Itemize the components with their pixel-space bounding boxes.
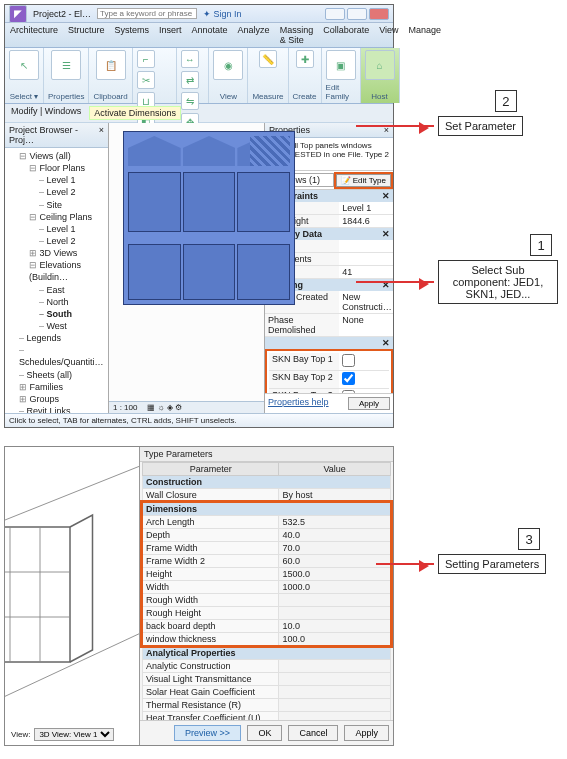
tree-groups[interactable]: Groups bbox=[19, 393, 104, 405]
param-value[interactable]: 1500.0 bbox=[279, 568, 391, 581]
view-selector[interactable]: 3D View: View 1 bbox=[34, 728, 114, 741]
param-value[interactable]: 10.0 bbox=[279, 620, 391, 633]
param-value[interactable] bbox=[279, 607, 391, 620]
tab-insert[interactable]: Insert bbox=[154, 23, 187, 47]
cancel-button[interactable]: Cancel bbox=[288, 725, 338, 741]
drawing-canvas[interactable]: 1 : 100 ▦ ☼ ◈ ⚙ bbox=[109, 123, 265, 413]
tree-sheets[interactable]: Sheets (all) bbox=[19, 369, 104, 381]
window-max-icon[interactable] bbox=[347, 8, 367, 20]
prop-value[interactable]: Level 1 bbox=[339, 202, 393, 214]
tree-item[interactable]: Level 2 bbox=[39, 186, 104, 198]
tree-item[interactable]: Level 1 bbox=[39, 223, 104, 235]
apply-button[interactable]: Apply bbox=[344, 725, 389, 741]
tree-item[interactable]: Level 1 bbox=[39, 174, 104, 186]
tree-item[interactable]: Site bbox=[39, 199, 104, 211]
svg-rect-4 bbox=[5, 527, 70, 662]
window-close-icon[interactable] bbox=[369, 8, 389, 20]
group-construction[interactable]: Construction bbox=[143, 476, 391, 489]
tab-massing[interactable]: Massing & Site bbox=[275, 23, 319, 47]
tree-item[interactable]: North bbox=[39, 296, 104, 308]
apply-button[interactable]: Apply bbox=[348, 397, 390, 410]
param-value[interactable] bbox=[279, 660, 391, 673]
cut-icon[interactable]: ✂ bbox=[137, 71, 155, 89]
create-icon[interactable]: ✚ bbox=[296, 50, 314, 68]
prop-value[interactable]: 1844.6 bbox=[339, 215, 393, 227]
project-title: Project2 - El… bbox=[33, 9, 91, 19]
selected-window-element[interactable] bbox=[123, 131, 295, 305]
group-dimensions[interactable]: Dimensions bbox=[143, 503, 391, 516]
paste-icon[interactable]: 📋 bbox=[96, 50, 126, 80]
properties-help-link[interactable]: Properties help bbox=[268, 397, 329, 410]
annotation-1: 1Select Sub component: JED1, SKN1, JED..… bbox=[438, 260, 558, 304]
prop-value[interactable]: None bbox=[339, 314, 393, 336]
close-icon[interactable]: × bbox=[99, 125, 104, 145]
edit-type-button[interactable]: 📝 Edit Type bbox=[336, 174, 391, 187]
tree-ceilingplans[interactable]: Ceiling Plans bbox=[29, 211, 104, 223]
tree-item[interactable]: East bbox=[39, 284, 104, 296]
param-value[interactable]: By host bbox=[279, 489, 391, 502]
tab-structure[interactable]: Structure bbox=[63, 23, 110, 47]
tree-3dviews[interactable]: 3D Views bbox=[29, 247, 104, 259]
tree-legends[interactable]: Legends bbox=[19, 332, 104, 344]
cope-icon[interactable]: ⌐ bbox=[137, 50, 155, 68]
offset-icon[interactable]: ⇄ bbox=[181, 71, 199, 89]
tree-item-south[interactable]: South bbox=[39, 308, 104, 320]
properties-icon[interactable]: ☰ bbox=[51, 50, 81, 80]
mirror-icon[interactable]: ⇋ bbox=[181, 92, 199, 110]
modify-icon[interactable]: ↖ bbox=[9, 50, 39, 80]
view-controls-icon[interactable]: ▦ ☼ ◈ ⚙ bbox=[147, 403, 182, 412]
ok-button[interactable]: OK bbox=[247, 725, 282, 741]
activate-dimensions-button[interactable]: Activate Dimensions bbox=[89, 106, 181, 120]
measure-icon[interactable]: 📏 bbox=[259, 50, 277, 68]
align-icon[interactable]: ↔ bbox=[181, 50, 199, 68]
app-menu-icon[interactable]: ◤ bbox=[9, 5, 27, 23]
param-value[interactable]: 40.0 bbox=[279, 529, 391, 542]
edit-family-icon[interactable]: ▣ bbox=[326, 50, 356, 80]
type-description: All Top panels windows NESTED in one Fil… bbox=[289, 142, 389, 166]
param-key: Frame Width bbox=[143, 542, 279, 555]
param-key: Height bbox=[143, 568, 279, 581]
subcomponent-checkbox[interactable] bbox=[342, 372, 355, 385]
titlebar: ◤ Project2 - El… ✦ Sign In bbox=[5, 5, 393, 23]
view-icon[interactable]: ◉ bbox=[213, 50, 243, 80]
tree-elevations[interactable]: Elevations (Buildin… bbox=[29, 259, 104, 283]
tree-revitlinks[interactable]: Revit Links bbox=[19, 405, 104, 413]
subcomponent-checkbox[interactable] bbox=[342, 354, 355, 367]
tree-item[interactable]: West bbox=[39, 320, 104, 332]
search-input[interactable] bbox=[97, 8, 197, 19]
param-value[interactable] bbox=[279, 594, 391, 607]
tab-architecture[interactable]: Architecture bbox=[5, 23, 63, 47]
project-browser: Project Browser - Proj…× Views (all) Flo… bbox=[5, 123, 109, 413]
preview-button[interactable]: Preview >> bbox=[174, 725, 241, 741]
type-parameters-header: Type Parameters bbox=[140, 447, 393, 462]
param-value[interactable] bbox=[279, 699, 391, 712]
tree-schedules[interactable]: Schedules/Quantiti… bbox=[19, 344, 104, 368]
param-value[interactable]: 60.0 bbox=[279, 555, 391, 568]
prop-value[interactable] bbox=[339, 240, 393, 252]
param-value[interactable]: 70.0 bbox=[279, 542, 391, 555]
signin-link[interactable]: ✦ Sign In bbox=[203, 9, 242, 19]
scale-label[interactable]: 1 : 100 bbox=[113, 403, 137, 412]
tab-manage[interactable]: Manage bbox=[404, 23, 447, 47]
tab-systems[interactable]: Systems bbox=[110, 23, 155, 47]
tab-view[interactable]: View bbox=[374, 23, 403, 47]
group-analytical[interactable]: Analytical Properties bbox=[143, 647, 391, 660]
param-value[interactable]: 100.0 bbox=[279, 633, 391, 646]
host-label: Host bbox=[371, 92, 387, 101]
tree-item[interactable]: Level 2 bbox=[39, 235, 104, 247]
param-key: Wall Closure bbox=[143, 489, 279, 502]
window-min-icon[interactable] bbox=[325, 8, 345, 20]
tab-analyze[interactable]: Analyze bbox=[233, 23, 275, 47]
param-key: Solar Heat Gain Coefficient bbox=[143, 686, 279, 699]
tree-views[interactable]: Views (all) bbox=[19, 150, 104, 162]
param-value[interactable]: 532.5 bbox=[279, 516, 391, 529]
tree-floorplans[interactable]: Floor Plans bbox=[29, 162, 104, 174]
tab-annotate[interactable]: Annotate bbox=[187, 23, 233, 47]
param-value[interactable] bbox=[279, 673, 391, 686]
tree-families[interactable]: Families bbox=[19, 381, 104, 393]
param-value[interactable] bbox=[279, 686, 391, 699]
param-value[interactable]: 1000.0 bbox=[279, 581, 391, 594]
host-icon[interactable]: ⌂ bbox=[365, 50, 395, 80]
tab-collaborate[interactable]: Collaborate bbox=[318, 23, 374, 47]
param-value[interactable] bbox=[279, 712, 391, 721]
